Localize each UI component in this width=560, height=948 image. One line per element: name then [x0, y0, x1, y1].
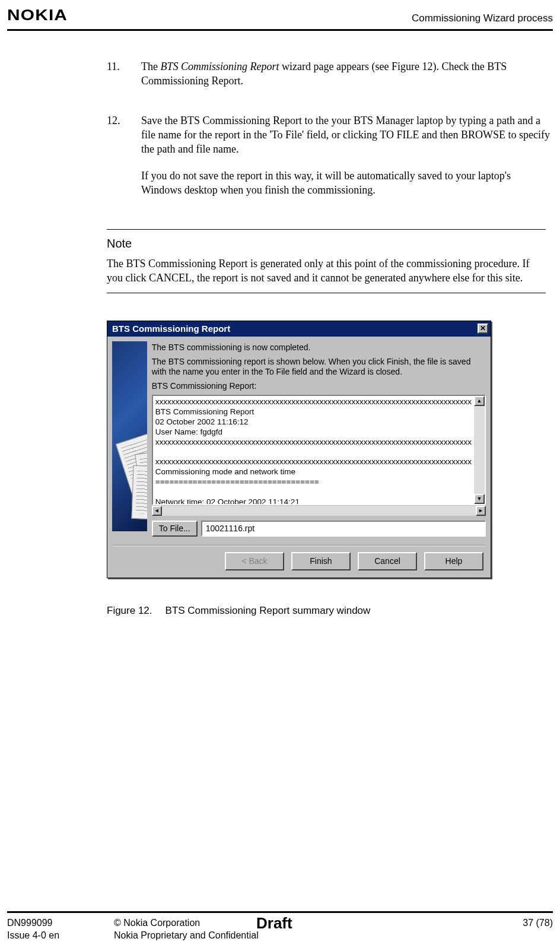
to-file-input[interactable]: 10021116.rpt	[201, 521, 486, 537]
footer-copyright: © Nokia Corporation	[114, 918, 200, 928]
scroll-left-icon[interactable]: ◄	[152, 506, 162, 516]
vertical-scrollbar[interactable]: ▲ ▼	[474, 396, 485, 504]
section-title: Commissioning Wizard process	[412, 12, 553, 26]
step-11-number: 11.	[107, 59, 141, 100]
dialog-line1: The BTS commissioning is now completed.	[152, 343, 486, 353]
wizard-side-image	[112, 341, 147, 531]
note-top-rule	[107, 229, 546, 230]
footer-issue: Issue 4-0 en	[7, 929, 114, 942]
note-bottom-rule	[107, 293, 546, 293]
step-11-text: The BTS Commissioning Report wizard page…	[141, 59, 553, 88]
footer-confidential: Nokia Proprietary and Confidential	[114, 929, 553, 942]
dialog-line2: The BTS commissioning report is shown be…	[152, 357, 486, 378]
note-block: Note The BTS Commissioning Report is gen…	[107, 229, 546, 293]
nokia-logo: NOKIA	[7, 5, 68, 26]
step-11: 11. The BTS Commissioning Report wizard …	[107, 59, 553, 100]
scroll-down-icon[interactable]: ▼	[474, 494, 485, 504]
step-12: 12. Save the BTS Commissioning Report to…	[107, 113, 553, 209]
footer-doc-id: DN999099	[7, 917, 114, 930]
close-icon[interactable]: ✕	[478, 324, 488, 334]
to-file-button[interactable]: To File...	[152, 521, 198, 537]
finish-button[interactable]: Finish	[291, 552, 351, 570]
report-textarea[interactable]: xxxxxxxxxxxxxxxxxxxxxxxxxxxxxxxxxxxxxxxx…	[152, 395, 486, 505]
horizontal-scrollbar[interactable]: ◄ ►	[152, 505, 486, 516]
back-button: < Back	[225, 552, 284, 570]
report-text: xxxxxxxxxxxxxxxxxxxxxxxxxxxxxxxxxxxxxxxx…	[153, 396, 474, 504]
figure-screenshot: BTS Commissioning Report ✕ The BTS commi…	[107, 321, 491, 578]
dialog-titlebar[interactable]: BTS Commissioning Report ✕	[107, 321, 491, 337]
cancel-button[interactable]: Cancel	[358, 552, 417, 570]
dialog-window: BTS Commissioning Report ✕ The BTS commi…	[107, 321, 491, 578]
step-11-italic: BTS Commissioning Report	[160, 61, 279, 72]
figure-caption: Figure 12.BTS Commissioning Report summa…	[107, 604, 553, 618]
step-12-p1: Save the BTS Commissioning Report to the…	[141, 113, 553, 157]
dialog-title: BTS Commissioning Report	[112, 323, 230, 335]
dialog-report-label: BTS Commissioning Report:	[152, 381, 486, 392]
figure-text: BTS Commissioning Report summary window	[166, 605, 371, 616]
note-body: The BTS Commissioning Report is generate…	[107, 256, 546, 286]
figure-label: Figure 12.	[107, 605, 152, 616]
footer-page: 37 (78)	[494, 917, 553, 930]
step-12-number: 12.	[107, 113, 141, 209]
scroll-up-icon[interactable]: ▲	[474, 396, 485, 406]
step-12-p2: If you do not save the report in this wa…	[141, 169, 553, 198]
scroll-right-icon[interactable]: ►	[476, 506, 486, 516]
note-title: Note	[107, 236, 546, 252]
help-button[interactable]: Help	[424, 552, 483, 570]
step-11-prefix: The	[141, 61, 160, 72]
